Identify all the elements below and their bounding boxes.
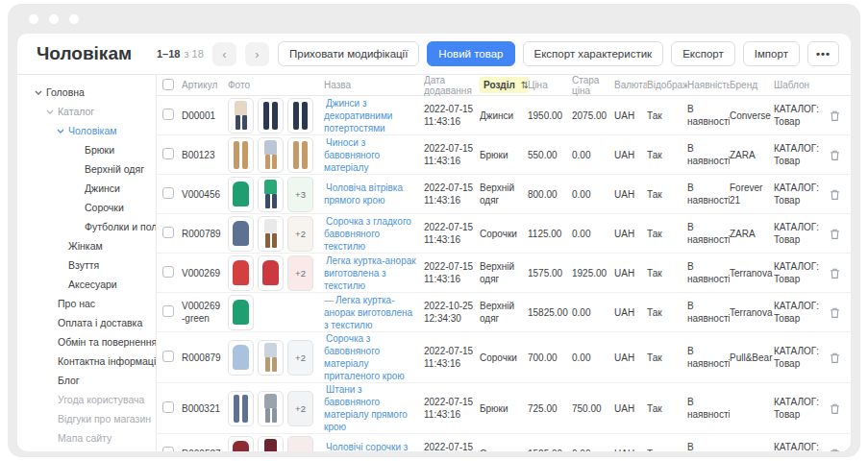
sidebar-item[interactable]: Чоловікам xyxy=(17,121,156,140)
product-name-link[interactable]: Сорочка з гладкого бавовняного текстилю xyxy=(324,216,411,252)
sidebar-item[interactable]: Головна xyxy=(17,83,156,102)
column-template[interactable]: Шаблон xyxy=(774,80,824,90)
more-photos-badge[interactable]: +2 xyxy=(287,436,313,452)
column-availability[interactable]: Наявність xyxy=(687,80,730,90)
product-photo-thumb[interactable] xyxy=(258,340,284,376)
product-name-link[interactable]: Чиноси з бавовняного матеріалу xyxy=(324,137,380,173)
delete-button[interactable] xyxy=(829,149,841,161)
product-photo-thumb[interactable] xyxy=(228,137,254,173)
sort-icon[interactable]: ⇅ xyxy=(521,80,528,90)
pagination-next-button[interactable]: › xyxy=(245,42,269,66)
product-name-link[interactable]: Легка куртка-анорак виготовлена з тексти… xyxy=(324,255,416,291)
product-photo-thumb[interactable] xyxy=(258,216,284,252)
delete-button[interactable] xyxy=(829,306,841,319)
column-brand[interactable]: Бренд xyxy=(730,80,774,90)
sidebar-item[interactable]: Взуття xyxy=(17,255,156,275)
window-dot-icon[interactable] xyxy=(29,14,38,24)
row-actions xyxy=(824,306,851,319)
product-photo-thumb[interactable] xyxy=(258,177,284,212)
product-photo-thumb[interactable] xyxy=(228,436,254,452)
product-name-link[interactable]: Легка куртка-анорак виготовлена з тексти… xyxy=(324,295,412,330)
row-checkbox[interactable] xyxy=(162,266,174,278)
more-photos-badge[interactable]: +2 xyxy=(287,255,313,291)
window-dot-icon[interactable] xyxy=(49,14,59,24)
row-checkbox[interactable] xyxy=(162,447,174,451)
delete-button[interactable] xyxy=(829,109,841,122)
sidebar-item[interactable]: Про нас xyxy=(17,294,156,313)
product-name-link[interactable]: Джинси з декоративними потертостями xyxy=(324,98,392,133)
more-actions-button[interactable]: ••• xyxy=(807,41,839,66)
pagination-prev-button[interactable]: ‹ xyxy=(212,42,236,66)
product-photo-thumb[interactable] xyxy=(228,295,254,330)
more-photos-badge[interactable]: +2 xyxy=(287,340,313,376)
product-photo-thumb[interactable] xyxy=(258,137,284,173)
product-photo-thumb[interactable] xyxy=(228,391,254,426)
sidebar-item[interactable]: Верхній одяг xyxy=(17,159,156,179)
column-display[interactable]: Відображати xyxy=(647,80,687,90)
product-photo-thumb[interactable] xyxy=(228,216,254,252)
column-date[interactable]: Дата додавання xyxy=(424,75,480,96)
new-product-button[interactable]: Новий товар xyxy=(427,41,514,66)
window-dot-icon[interactable] xyxy=(69,14,79,24)
sidebar-item[interactable]: Футболки и поло xyxy=(17,217,156,236)
sidebar-item[interactable]: Жінкам xyxy=(17,236,156,255)
price-value: 1575.00 xyxy=(528,268,572,279)
row-checkbox[interactable] xyxy=(162,401,174,413)
sidebar-item[interactable]: Обмін та повернення xyxy=(17,332,156,352)
row-checkbox[interactable] xyxy=(162,351,174,362)
sidebar-item[interactable]: Угода користувача xyxy=(17,390,156,409)
column-name[interactable]: Назва xyxy=(324,80,424,90)
product-name-link[interactable]: Чоловіча вітрівка прямого крою xyxy=(324,182,403,206)
delete-button[interactable] xyxy=(829,267,841,279)
product-name-link[interactable]: Сорочка з бавовняного матеріалу притален… xyxy=(324,333,405,381)
row-checkbox[interactable] xyxy=(162,148,174,159)
product-photo-thumb[interactable] xyxy=(228,340,254,376)
delete-button[interactable] xyxy=(829,448,841,452)
products-table: Артикул Фото Назва Дата додавання Розділ… xyxy=(157,75,851,451)
product-photo-thumb[interactable] xyxy=(258,391,284,426)
product-name-link[interactable]: Штани з бавовняного матеріалу прямого кр… xyxy=(324,384,408,432)
product-photo-thumb[interactable] xyxy=(228,177,254,212)
more-photos-badge[interactable]: +2 xyxy=(287,391,313,426)
sorted-column-highlight[interactable]: Розділ ⇅ xyxy=(480,77,528,93)
sidebar-item[interactable]: Блог xyxy=(17,371,156,390)
product-photo-thumb[interactable] xyxy=(228,255,254,291)
delete-button[interactable] xyxy=(829,228,841,240)
photo-thumbs xyxy=(228,295,318,330)
sidebar-item[interactable]: Сорочки xyxy=(17,198,156,217)
product-photo-thumb[interactable] xyxy=(258,436,284,452)
row-checkbox[interactable] xyxy=(162,187,174,199)
product-photo-thumb[interactable] xyxy=(287,137,313,173)
row-checkbox[interactable] xyxy=(162,227,174,238)
product-photo-thumb[interactable] xyxy=(258,98,284,133)
delete-button[interactable] xyxy=(829,188,841,201)
sidebar-item[interactable]: Аксесуари xyxy=(17,275,156,294)
product-photo-thumb[interactable] xyxy=(287,98,313,133)
column-old-price[interactable]: Стара ціна xyxy=(572,75,614,96)
more-photos-badge[interactable]: +3 xyxy=(287,177,313,212)
sidebar-item[interactable]: Мапа сайту xyxy=(17,428,156,448)
column-currency[interactable]: Валюта xyxy=(614,80,647,90)
select-all-checkbox[interactable] xyxy=(162,79,174,90)
sidebar-item[interactable]: Каталог xyxy=(17,102,156,121)
row-checkbox[interactable] xyxy=(162,305,174,317)
export-button[interactable]: Експорт xyxy=(671,41,735,66)
sidebar-item[interactable]: Брюки xyxy=(17,140,156,159)
sidebar-item[interactable]: Контактна інформація xyxy=(17,352,156,371)
export-characteristics-button[interactable]: Експорт характеристик xyxy=(523,41,664,66)
delete-button[interactable] xyxy=(829,402,841,415)
column-photo[interactable]: Фото xyxy=(228,80,324,90)
import-button[interactable]: Імпорт xyxy=(743,41,800,66)
sidebar-item[interactable]: Оплата і доставка xyxy=(17,313,156,332)
hide-modifications-button[interactable]: Приховати модифікації xyxy=(278,41,419,66)
more-photos-badge[interactable]: +2 xyxy=(287,216,313,252)
row-checkbox[interactable] xyxy=(162,109,174,120)
sidebar-item[interactable]: Джинси xyxy=(17,179,156,198)
delete-button[interactable] xyxy=(829,352,841,364)
product-photo-thumb[interactable] xyxy=(258,255,284,291)
product-photo-thumb[interactable] xyxy=(228,98,254,133)
column-price[interactable]: Ціна xyxy=(528,80,572,90)
column-article[interactable]: Артикул xyxy=(182,80,228,90)
product-name-link[interactable]: Чоловічі сорочки з легкого текстилю xyxy=(324,442,408,451)
sidebar-item[interactable]: Відгуки про магазин xyxy=(17,409,156,428)
